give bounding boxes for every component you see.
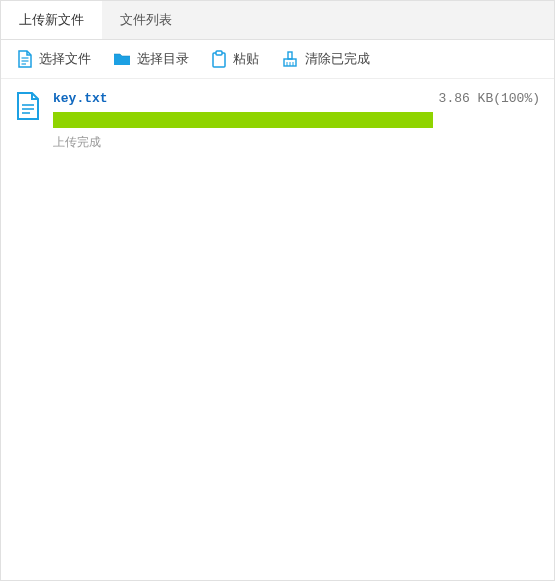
select-folder-label: 选择目录	[137, 50, 189, 68]
select-file-button[interactable]: 选择文件	[17, 50, 91, 68]
toolbar: 选择文件 选择目录 粘贴	[1, 40, 554, 79]
tab-upload-new[interactable]: 上传新文件	[1, 1, 102, 39]
file-size-percent: 3.86 KB(100%)	[439, 91, 540, 106]
select-folder-button[interactable]: 选择目录	[113, 50, 189, 68]
paste-label: 粘贴	[233, 50, 259, 68]
clear-completed-label: 清除已完成	[305, 50, 370, 68]
progress-bar	[53, 112, 433, 128]
progress-fill	[54, 113, 432, 127]
upload-item-body: key.txt 3.86 KB(100%) 上传完成	[53, 91, 540, 151]
file-name: key.txt	[53, 91, 108, 106]
paste-button[interactable]: 粘贴	[211, 50, 259, 68]
broom-icon	[281, 50, 299, 68]
file-size: 3.86 KB	[439, 91, 494, 106]
file-percent: (100%)	[493, 91, 540, 106]
tab-bar: 上传新文件 文件列表	[1, 1, 554, 40]
file-icon	[17, 50, 33, 68]
tab-file-list[interactable]: 文件列表	[102, 1, 190, 39]
clear-completed-button[interactable]: 清除已完成	[281, 50, 370, 68]
upload-list[interactable]: key.txt 3.86 KB(100%) 上传完成	[1, 79, 554, 580]
upload-dialog: 上传新文件 文件列表 选择文件 选择目	[0, 0, 555, 581]
select-file-label: 选择文件	[39, 50, 91, 68]
upload-item-header: key.txt 3.86 KB(100%)	[53, 91, 540, 106]
upload-status: 上传完成	[53, 134, 540, 151]
folder-icon	[113, 51, 131, 67]
document-icon	[15, 91, 41, 121]
upload-item: key.txt 3.86 KB(100%) 上传完成	[15, 91, 540, 151]
svg-rect-9	[288, 52, 292, 59]
svg-rect-4	[216, 51, 222, 55]
clipboard-icon	[211, 50, 227, 68]
